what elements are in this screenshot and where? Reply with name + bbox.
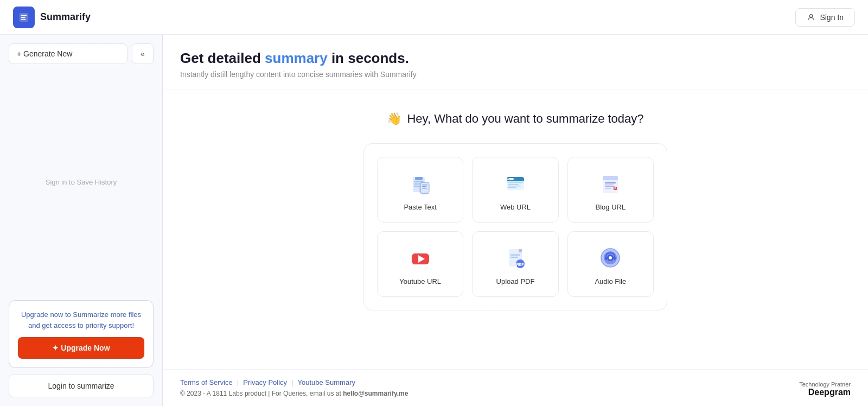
- logo-area: Summarify: [13, 7, 91, 28]
- svg-rect-31: [605, 188, 611, 189]
- card-web-url[interactable]: WWW Web URL: [472, 157, 558, 223]
- generate-new-label: + Generate New: [17, 49, 72, 58]
- card-web-url-label: Web URL: [500, 203, 531, 211]
- footer-section: Terms of Service | Privacy Policy | Yout…: [163, 369, 868, 406]
- sidebar-spacer: [9, 71, 154, 161]
- main-content: Get detailed summary in seconds. Instant…: [163, 35, 868, 406]
- audio-file-icon: [597, 245, 623, 271]
- upgrade-now-label: ✦ Upgrade Now: [52, 344, 110, 352]
- svg-rect-39: [510, 257, 518, 258]
- upgrade-box: Upgrade now to Summarize more files and …: [9, 300, 154, 368]
- logo-icon: [13, 7, 35, 28]
- svg-rect-6: [415, 177, 423, 180]
- generate-new-button[interactable]: + Generate New: [9, 43, 127, 64]
- svg-rect-28: [605, 182, 616, 183]
- card-audio-file-label: Audio File: [595, 277, 626, 286]
- svg-rect-14: [422, 186, 426, 187]
- footer-partner-name: Deepgram: [799, 388, 851, 397]
- svg-rect-15: [422, 188, 427, 189]
- svg-rect-3: [21, 18, 26, 20]
- web-url-icon: WWW: [502, 170, 528, 196]
- greeting-text: 👋 Hey, What do you want to summarize tod…: [387, 112, 643, 126]
- hero-title: Get detailed summary in seconds.: [180, 50, 851, 67]
- privacy-policy-link[interactable]: Privacy Policy: [243, 378, 287, 386]
- app-header: Summarify Sign In: [0, 0, 868, 35]
- youtube-summary-link[interactable]: Youtube Summary: [298, 378, 355, 386]
- hero-subtitle: Instantly distill lengthy content into c…: [180, 70, 851, 79]
- card-paste-text[interactable]: Paste Text: [377, 157, 463, 223]
- svg-rect-24: [508, 187, 516, 188]
- footer-partner-label: Technology Pratner: [799, 381, 851, 388]
- collapse-icon: «: [141, 49, 145, 58]
- cards-grid: Paste Text WWW: [363, 143, 667, 310]
- hero-section: Get detailed summary in seconds. Instant…: [163, 35, 868, 90]
- card-blog-url[interactable]: R Blog URL: [567, 157, 654, 223]
- hero-title-part1: Get detailed: [180, 50, 265, 66]
- sign-in-label: Sign In: [820, 13, 844, 22]
- footer-partner: Technology Pratner Deepgram: [799, 381, 851, 397]
- svg-rect-29: [605, 185, 614, 186]
- footer-left: Terms of Service | Privacy Policy | Yout…: [180, 378, 408, 397]
- card-upload-pdf-label: Upload PDF: [496, 277, 535, 286]
- card-blog-url-label: Blog URL: [596, 203, 626, 211]
- card-youtube-url-label: Youtube URL: [399, 277, 441, 286]
- footer-links: Terms of Service | Privacy Policy | Yout…: [180, 378, 408, 386]
- hero-title-part2: in seconds.: [328, 50, 409, 66]
- svg-rect-22: [508, 184, 519, 185]
- svg-rect-13: [422, 185, 427, 186]
- greeting-emoji: 👋: [387, 112, 401, 126]
- card-paste-text-label: Paste Text: [404, 203, 436, 211]
- hero-title-accent: summary: [265, 50, 328, 66]
- card-upload-pdf[interactable]: P PDF Upload PDF: [472, 231, 558, 297]
- youtube-url-icon: [407, 245, 433, 271]
- greeting-message: Hey, What do you want to summarize today…: [407, 112, 643, 126]
- upgrade-now-button[interactable]: ✦ Upgrade Now: [18, 337, 144, 359]
- sidebar-spacer-2: [9, 204, 154, 294]
- blog-url-icon: R: [597, 170, 623, 196]
- svg-rect-50: [614, 257, 616, 260]
- cards-section: 👋 Hey, What do you want to summarize tod…: [163, 90, 868, 369]
- sidebar-top: + Generate New «: [9, 43, 154, 64]
- svg-point-4: [810, 14, 813, 17]
- svg-rect-21: [508, 182, 523, 183]
- svg-rect-27: [603, 178, 618, 180]
- login-label: Login to summarize: [48, 382, 114, 390]
- footer-copyright: © 2023 - A 1811 Labs product | For Queri…: [180, 390, 408, 397]
- svg-text:WWW: WWW: [507, 177, 514, 181]
- svg-rect-49: [605, 257, 607, 260]
- svg-point-48: [609, 256, 612, 259]
- sign-in-button[interactable]: Sign In: [795, 8, 855, 27]
- terms-of-service-link[interactable]: Terms of Service: [180, 378, 233, 386]
- svg-text:PDF: PDF: [516, 263, 524, 267]
- main-layout: + Generate New « Sign in to Save History…: [0, 35, 868, 406]
- logo-text: Summarify: [40, 11, 91, 23]
- svg-rect-2: [21, 17, 25, 18]
- svg-rect-38: [510, 255, 520, 256]
- svg-rect-30: [605, 186, 615, 187]
- svg-rect-37: [519, 249, 522, 252]
- svg-rect-1: [21, 15, 27, 16]
- svg-text:R: R: [615, 187, 617, 190]
- footer-sep-2: |: [291, 378, 293, 386]
- paste-text-icon: [407, 170, 433, 196]
- upgrade-text: Upgrade now to Summarize more files and …: [18, 309, 144, 331]
- footer-sep-1: |: [237, 378, 239, 386]
- upload-pdf-icon: P PDF: [502, 245, 528, 271]
- login-button[interactable]: Login to summarize: [9, 375, 154, 397]
- svg-rect-23: [508, 186, 521, 187]
- sign-in-history-text: Sign in to Save History: [9, 167, 154, 197]
- card-audio-file[interactable]: Audio File: [567, 231, 654, 297]
- collapse-sidebar-button[interactable]: «: [132, 43, 154, 64]
- card-youtube-url[interactable]: Youtube URL: [377, 231, 463, 297]
- sidebar: + Generate New « Sign in to Save History…: [0, 35, 163, 406]
